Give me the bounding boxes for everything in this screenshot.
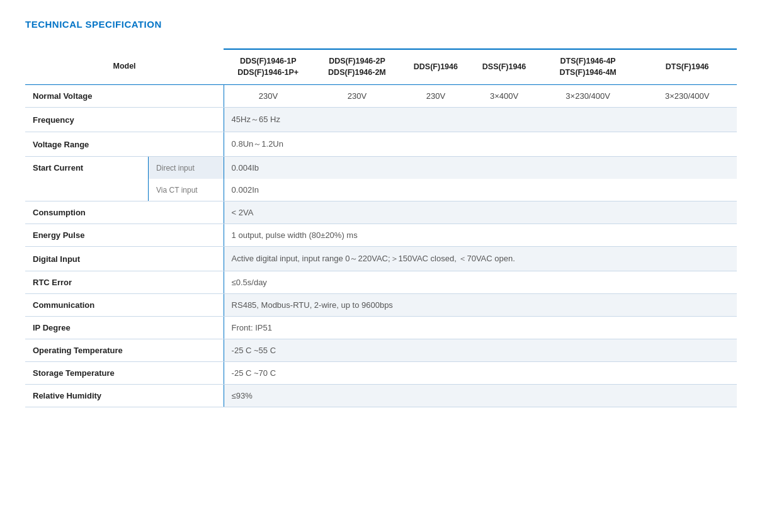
row-label: Storage Temperature xyxy=(25,362,224,385)
table-row: Via CT input 0.002In xyxy=(25,179,737,201)
row-value: 230V xyxy=(402,85,470,108)
table-row: Communication RS485, Modbus-RTU, 2-wire,… xyxy=(25,294,737,317)
row-value: 230V xyxy=(312,85,401,108)
table-row: Consumption < 2VA xyxy=(25,201,737,224)
col-header-c1: DDS(F)1946-1P DDS(F)1946-1P+ xyxy=(224,49,312,85)
row-label: Operating Temperature xyxy=(25,339,224,362)
sub-label: Direct input xyxy=(149,157,224,179)
col-header-c4: DSS(F)1946 xyxy=(470,49,538,85)
table-row: Start Current Direct input 0.004Ib xyxy=(25,157,737,179)
col-header-c6: DTS(F)1946 xyxy=(637,49,737,85)
row-value: 3×230/400V xyxy=(538,85,638,108)
row-label: Voltage Range xyxy=(25,132,224,157)
model-header: Model xyxy=(25,49,224,85)
row-value: 0.8Un～1.2Un xyxy=(224,132,737,157)
row-value: -25 C ~55 C xyxy=(224,339,737,362)
table-row: RTC Error ≤0.5s/day xyxy=(25,271,737,294)
row-value: -25 C ~70 C xyxy=(224,362,737,385)
row-label: RTC Error xyxy=(25,271,224,294)
row-label: Normal Voltage xyxy=(25,85,224,108)
row-label: Frequency xyxy=(25,108,224,132)
row-value: Front: IP51 xyxy=(224,317,737,339)
row-value: ≤93% xyxy=(224,385,737,407)
page-title: TECHNICAL SPECIFICATION xyxy=(25,19,737,30)
row-value: < 2VA xyxy=(224,201,737,224)
row-label xyxy=(25,179,149,201)
row-label: Energy Pulse xyxy=(25,224,224,247)
col-header-c2: DDS(F)1946-2P DDS(F)1946-2M xyxy=(312,49,401,85)
table-row: Frequency 45Hz～65 Hz xyxy=(25,108,737,132)
table-row: Normal Voltage230V230V230V3×400V3×230/40… xyxy=(25,85,737,108)
col-header-c5: DTS(F)1946-4P DTS(F)1946-4M xyxy=(538,49,638,85)
table-row: Digital Input Active digital input, inpu… xyxy=(25,247,737,271)
table-row: Operating Temperature -25 C ~55 C xyxy=(25,339,737,362)
row-label: Consumption xyxy=(25,201,224,224)
col-header-c3: DDS(F)1946 xyxy=(402,49,470,85)
row-value: 1 output, pulse width (80±20%) ms xyxy=(224,224,737,247)
table-row: Storage Temperature -25 C ~70 C xyxy=(25,362,737,385)
row-value: 230V xyxy=(224,85,312,108)
row-value: RS485, Modbus-RTU, 2-wire, up to 9600bps xyxy=(224,294,737,317)
row-label: IP Degree xyxy=(25,317,224,339)
row-value: Active digital input, input range 0～220V… xyxy=(224,247,737,271)
table-row: Relative Humidity ≤93% xyxy=(25,385,737,407)
row-label: Start Current xyxy=(25,157,149,179)
sub-label: Via CT input xyxy=(149,179,224,201)
table-row: Energy Pulse 1 output, pulse width (80±2… xyxy=(25,224,737,247)
table-row: IP Degree Front: IP51 xyxy=(25,317,737,339)
row-value: 3×230/400V xyxy=(637,85,737,108)
row-value: 0.002In xyxy=(224,179,737,201)
row-value: ≤0.5s/day xyxy=(224,271,737,294)
row-label: Relative Humidity xyxy=(25,385,224,407)
row-value: 3×400V xyxy=(470,85,538,108)
row-value: 45Hz～65 Hz xyxy=(224,108,737,132)
row-value: 0.004Ib xyxy=(224,157,737,179)
row-label: Digital Input xyxy=(25,247,224,271)
table-row: Voltage Range 0.8Un～1.2Un xyxy=(25,132,737,157)
row-label: Communication xyxy=(25,294,224,317)
